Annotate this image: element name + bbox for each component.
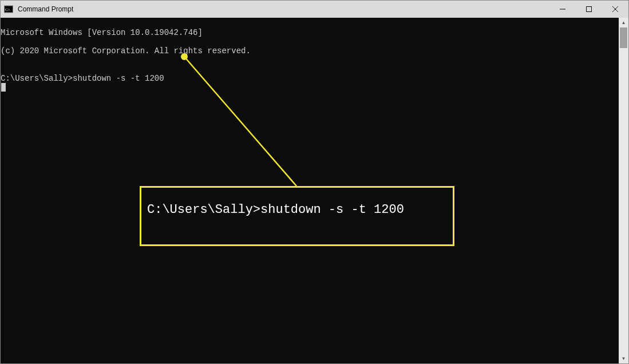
terminal-line: Microsoft Windows [Version 10.0.19042.74… xyxy=(1,28,619,37)
minimize-button[interactable] xyxy=(549,1,576,18)
terminal-output: Microsoft Windows [Version 10.0.19042.74… xyxy=(1,18,619,363)
cmd-icon: C:\ xyxy=(4,5,13,14)
terminal-line: (c) 2020 Microsoft Corporation. All righ… xyxy=(1,46,619,56)
window-title: Command Prompt xyxy=(18,5,549,13)
scroll-thumb[interactable] xyxy=(620,27,627,48)
window-controls xyxy=(549,1,628,18)
svg-text:C:\: C:\ xyxy=(5,7,10,12)
terminal-prompt-line: C:\Users\Sally>shutdown -s -t 1200 xyxy=(1,74,619,92)
command-prompt-window: C:\ Command Prompt Microsoft Windows [Ve… xyxy=(0,0,629,364)
scroll-down-icon[interactable]: ▼ xyxy=(619,354,628,363)
terminal-area[interactable]: Microsoft Windows [Version 10.0.19042.74… xyxy=(1,18,628,363)
svg-rect-3 xyxy=(587,7,592,12)
titlebar[interactable]: C:\ Command Prompt xyxy=(1,1,628,18)
maximize-button[interactable] xyxy=(576,1,602,18)
cursor xyxy=(1,83,6,92)
close-button[interactable] xyxy=(602,1,628,18)
vertical-scrollbar[interactable]: ▲ ▼ xyxy=(619,18,628,363)
scroll-up-icon[interactable]: ▲ xyxy=(619,18,628,27)
